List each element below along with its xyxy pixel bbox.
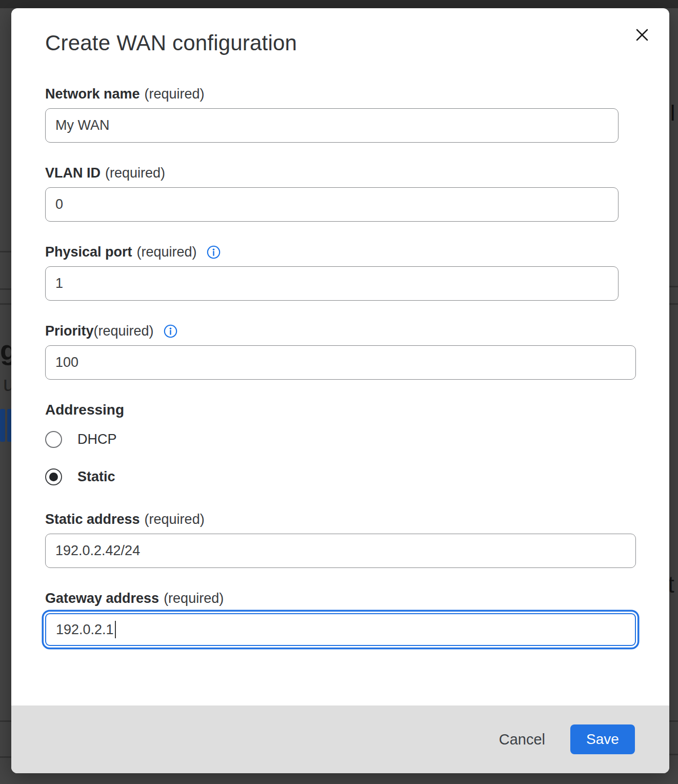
network-name-input[interactable] <box>45 108 619 143</box>
dialog-footer: Cancel Save <box>11 705 669 773</box>
physical-port-input[interactable] <box>45 266 619 301</box>
gateway-address-label: Gateway address (required) <box>45 591 635 606</box>
required-hint: (required) <box>145 86 205 102</box>
required-hint: (required) <box>137 244 197 260</box>
required-hint: (required) <box>105 165 165 181</box>
background-divider <box>668 303 678 305</box>
create-wan-configuration-dialog: Create WAN configuration Network name (r… <box>11 8 669 773</box>
background-divider <box>0 303 11 305</box>
physical-port-label: Physical port (required) <box>45 244 635 260</box>
background-blue-button-fragment <box>0 409 5 442</box>
priority-label: Priority (required) <box>45 323 635 339</box>
required-hint: (required) <box>145 512 205 527</box>
vlan-id-label: VLAN ID (required) <box>45 165 635 181</box>
info-icon[interactable] <box>207 245 221 259</box>
background-divider <box>0 720 11 722</box>
required-hint: (required) <box>164 591 224 606</box>
background-divider <box>0 756 11 758</box>
radio-label: DHCP <box>77 432 117 447</box>
background-divider <box>0 288 11 290</box>
close-icon <box>632 25 652 45</box>
priority-input[interactable] <box>45 345 636 380</box>
close-button[interactable] <box>631 24 653 46</box>
network-name-label: Network name (required) <box>45 86 635 102</box>
info-icon[interactable] <box>164 324 177 338</box>
static-address-label: Static address (required) <box>45 512 635 527</box>
background-text-fragment: l <box>670 103 675 124</box>
dialog-title: Create WAN configuration <box>45 31 635 55</box>
vlan-id-input[interactable] <box>45 187 619 222</box>
background-divider <box>668 754 678 755</box>
background-divider <box>0 251 11 252</box>
static-address-input[interactable] <box>45 534 636 568</box>
save-button[interactable]: Save <box>570 724 635 754</box>
addressing-heading: Addressing <box>45 402 635 418</box>
radio-unselected-icon <box>45 431 62 448</box>
background-top-bar <box>0 0 678 8</box>
radio-option-static[interactable]: Static <box>45 468 635 485</box>
required-hint: (required) <box>94 323 154 339</box>
gateway-address-input[interactable]: 192.0.2.1 <box>45 613 636 646</box>
background-divider <box>668 286 678 287</box>
radio-selected-icon <box>45 468 62 485</box>
cancel-button[interactable]: Cancel <box>490 726 554 753</box>
background-divider <box>668 720 678 722</box>
text-cursor <box>115 621 116 638</box>
radio-option-dhcp[interactable]: DHCP <box>45 430 635 448</box>
radio-label: Static <box>77 469 115 485</box>
